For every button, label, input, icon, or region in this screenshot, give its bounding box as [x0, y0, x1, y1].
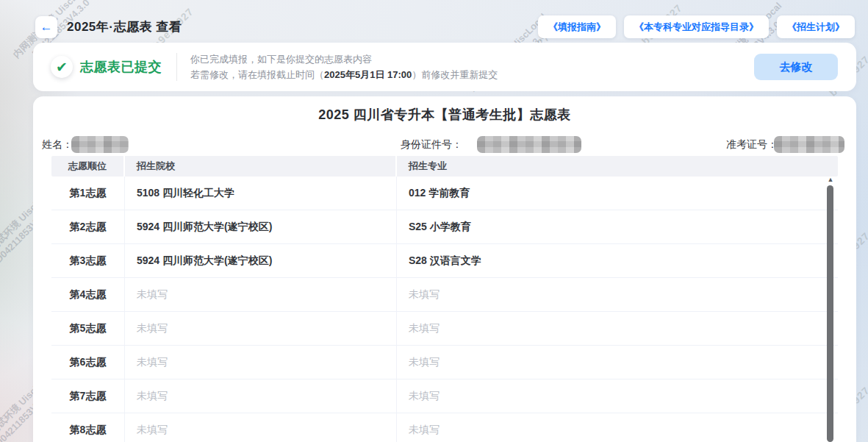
link-filling-guide[interactable]: 《填报指南》	[538, 15, 616, 38]
table-header-row: 志愿顺位 招生院校 招生专业	[51, 156, 838, 177]
check-glyph: ✔	[56, 60, 68, 74]
cell-major: 未填写	[397, 379, 838, 413]
page-background: 内网测试环境 UiscLocalD04211853V4.3.0内网测试环境 Ui…	[0, 0, 868, 442]
table-row: 第4志愿 未填写 未填写	[51, 278, 838, 312]
cell-college: 5924 四川师范大学(遂宁校区)	[125, 244, 397, 277]
cell-major: 未填写	[397, 413, 838, 442]
status-line1: 你已完成填报，如下是你提交的志愿表内容	[190, 51, 498, 67]
cell-rank: 第2志愿	[51, 210, 125, 243]
volunteer-form-card: 2025 四川省专升本【普通考生批】志愿表 姓名： 身份证件号： 准考证号： 志…	[33, 96, 856, 442]
cell-major: 未填写	[397, 346, 838, 379]
status-banner: ✔ 志愿表已提交 你已完成填报，如下是你提交的志愿表内容 若需修改，请在填报截止…	[33, 43, 856, 91]
cell-rank: 第3志愿	[51, 244, 125, 277]
cell-rank: 第8志愿	[51, 413, 125, 442]
cell-major: 未填写	[397, 312, 838, 345]
back-arrow-icon: ←	[40, 20, 53, 35]
table-row: 第2志愿 5924 四川师范大学(遂宁校区) S25 小学教育	[51, 210, 838, 244]
back-button[interactable]: ←	[35, 16, 57, 38]
cell-college: 未填写	[125, 278, 397, 311]
table-scrollbar[interactable]: ▲	[825, 176, 836, 442]
status-line2: 若需修改，请在填报截止时间（2025年5月1日 17:00）前修改并重新提交	[190, 67, 498, 82]
deadline-text: 2025年5月1日 17:00	[324, 69, 412, 80]
table-row: 第6志愿 未填写 未填写	[51, 346, 838, 379]
cell-rank: 第1志愿	[51, 177, 125, 210]
scrollbar-thumb[interactable]	[827, 185, 833, 442]
examno-label: 准考证号：	[726, 138, 778, 152]
table-row: 第1志愿 5108 四川轻化工大学 012 学前教育	[51, 177, 838, 210]
header-major: 招生专业	[397, 156, 838, 177]
cell-college: 未填写	[125, 413, 397, 442]
table-row: 第3志愿 5924 四川师范大学(遂宁校区) S28 汉语言文学	[51, 244, 838, 278]
cell-major: S28 汉语言文学	[397, 244, 838, 277]
status-description: 你已完成填报，如下是你提交的志愿表内容 若需修改，请在填报截止时间（2025年5…	[190, 51, 498, 82]
header-college: 招生院校	[125, 156, 397, 177]
table-body: 第1志愿 5108 四川轻化工大学 012 学前教育 第2志愿 5924 四川师…	[51, 177, 838, 442]
header-links: 《填报指南》 《本专科专业对应指导目录》 《招生计划》	[538, 15, 855, 38]
table-row: 第8志愿 未填写 未填写	[51, 413, 838, 442]
cell-rank: 第5志愿	[51, 312, 125, 345]
cell-major: S25 小学教育	[397, 210, 838, 243]
page-title: 2025年·志愿表 查看	[67, 18, 182, 35]
volunteer-table: 志愿顺位 招生院校 招生专业 第1志愿 5108 四川轻化工大学 012 学前教…	[51, 156, 838, 442]
candidate-info-row: 姓名： 身份证件号： 准考证号：	[33, 136, 856, 155]
examno-value-redacted	[774, 136, 844, 153]
divider	[176, 53, 177, 81]
form-title: 2025 四川省专升本【普通考生批】志愿表	[33, 96, 856, 124]
table-row: 第7志愿 未填写 未填写	[51, 379, 838, 413]
cell-rank: 第4志愿	[51, 278, 125, 311]
success-check-icon: ✔	[51, 56, 73, 78]
cell-college: 5108 四川轻化工大学	[125, 177, 397, 210]
cell-college: 未填写	[125, 312, 397, 345]
name-value-redacted	[71, 136, 129, 153]
cell-major: 012 学前教育	[397, 177, 838, 210]
cell-college: 5924 四川师范大学(遂宁校区)	[125, 210, 397, 243]
cell-college: 未填写	[125, 379, 397, 413]
top-bar: ← 2025年·志愿表 查看 《填报指南》 《本专科专业对应指导目录》 《招生计…	[35, 15, 855, 38]
cell-rank: 第6志愿	[51, 346, 125, 379]
name-label: 姓名：	[42, 138, 73, 152]
cell-major: 未填写	[397, 278, 838, 311]
status-line2-suffix: ）前修改并重新提交	[412, 69, 498, 80]
modify-button[interactable]: 去修改	[754, 54, 838, 80]
idcard-value-redacted	[477, 136, 581, 153]
status-label: 志愿表已提交	[80, 58, 162, 76]
link-enrollment-plan[interactable]: 《招生计划》	[777, 15, 855, 38]
header-rank: 志愿顺位	[51, 156, 125, 177]
link-major-directory[interactable]: 《本专科专业对应指导目录》	[624, 15, 769, 38]
idcard-label: 身份证件号：	[401, 138, 462, 152]
cell-college: 未填写	[125, 346, 397, 379]
table-row: 第5志愿 未填写 未填写	[51, 312, 838, 346]
cell-rank: 第7志愿	[51, 379, 125, 413]
status-line2-prefix: 若需修改，请在填报截止时间（	[190, 69, 324, 80]
scroll-up-icon[interactable]: ▲	[826, 176, 835, 183]
